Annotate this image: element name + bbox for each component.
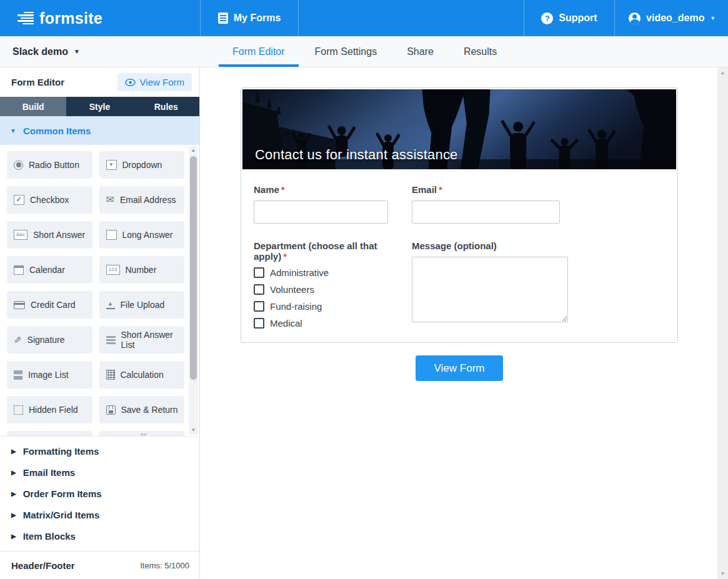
123-icon [106,265,120,275]
required-asterisk: * [281,184,285,195]
item-label: Dropdown [122,160,162,170]
palette-item-email-address[interactable]: Email Address [99,186,185,214]
palette-item-long-answer[interactable]: Long Answer [99,221,185,249]
palette-item-short-answer-list[interactable]: Short Answer List [99,326,185,354]
section-formatting-items[interactable]: ▶ Formatting Items [0,440,199,462]
item-label: Save & Return [121,405,178,415]
checkbox-icon [14,195,24,205]
mode-tabs: Build Style Rules [0,97,199,116]
required-asterisk: * [283,251,287,262]
checkbox-option-fund-raising: Fund-raising [254,301,412,312]
formsite-lines-icon [17,12,34,25]
message-field-block: Message (optional) [412,240,665,335]
common-items-section-header[interactable]: ▼ Common Items [0,116,199,145]
form-name-dropdown[interactable]: Slack demo ▼ [0,36,187,67]
form-tabs: Form Editor Form Settings Share Results [217,36,512,67]
administrative-checkbox[interactable] [254,267,264,278]
scroll-up-icon[interactable]: ▲ [721,67,726,78]
form-preview-card[interactable]: Contact us for instant assistance Name* … [241,87,678,343]
palette-scrollbar[interactable]: ▲ ▼ [189,146,198,435]
chevron-down-icon: ▾ [711,15,714,21]
view-form-link[interactable]: View Form [117,73,192,91]
tab-style[interactable]: Style [66,97,132,116]
credit-card-icon [14,301,25,309]
email-input[interactable] [412,200,560,224]
floppy-icon [106,405,116,415]
section-order-form-items[interactable]: ▶ Order Form Items [0,483,199,504]
section-item-blocks[interactable]: ▶ Item Blocks [0,525,199,547]
message-label: Message (optional) [412,240,665,251]
palette-item-calendar[interactable]: Calendar [7,256,92,284]
support-button[interactable]: ? Support [524,0,614,36]
palette-item-image-list[interactable]: Image List [7,361,92,388]
item-label: Image List [28,370,69,380]
user-avatar-icon [629,12,641,24]
envelope-icon [106,195,114,205]
form-header-image[interactable]: Contact us for instant assistance [242,89,676,169]
palette-item-hidden-field[interactable]: Hidden Field [7,396,92,423]
medical-checkbox[interactable] [254,318,264,329]
page-scrollbar[interactable]: ▲ ▼ [717,67,728,579]
scroll-up-icon[interactable]: ▲ [191,146,196,155]
sidebar-footer: Header/Footer Items: 5/1000 [0,551,199,579]
my-forms-button[interactable]: My Forms [200,0,299,36]
palette-item-calculation[interactable]: Calculation [99,361,185,388]
section-collapsed-caret-icon: ▶ [11,490,16,497]
tab-form-editor[interactable]: Form Editor [217,36,300,67]
palette-item-number[interactable]: Number [99,256,185,284]
section-label: Item Blocks [23,531,76,542]
item-label: File Upload [121,300,165,310]
scroll-down-icon[interactable]: ▼ [721,568,726,579]
palette-item-radio-button[interactable]: Radio Button [7,151,92,179]
scroll-down-icon[interactable]: ▼ [191,426,196,435]
tab-results[interactable]: Results [449,36,512,67]
view-form-button[interactable]: View Form [416,355,503,381]
volunteers-checkbox[interactable] [254,284,264,295]
calendar-icon [14,265,24,275]
form-heading: Contact us for instant assistance [255,147,458,163]
form-canvas: Contact us for instant assistance Name* … [201,67,728,579]
editor-sidebar: Form Editor View Form Build Style Rules … [0,67,200,579]
tab-rules[interactable]: Rules [133,97,199,116]
palette-item-signature[interactable]: Signature [7,326,92,354]
panel-title: Form Editor [11,77,64,87]
palette-item-save-return[interactable]: Save & Return [99,396,185,423]
form-fields: Name* Email* Department (choose all that… [241,169,677,335]
name-input[interactable] [254,200,388,224]
section-collapsed-caret-icon: ▶ [11,469,16,476]
palette-item-partial[interactable] [7,431,92,436]
option-label: Fund-raising [270,301,322,312]
fund-raising-checkbox[interactable] [254,301,264,312]
palette-item-credit-card[interactable]: Credit Card [7,291,92,319]
message-textarea[interactable] [412,257,568,322]
item-label: Checkbox [30,195,69,205]
my-forms-label: My Forms [234,12,281,24]
items-count: Items: 5/1000 [140,561,189,570]
section-label: Formatting Items [23,446,99,457]
collapsed-sections: ▶ Formatting Items ▶ Email Items ▶ Order… [0,436,199,547]
section-matrix-grid-items[interactable]: ▶ Matrix/Grid Items [0,504,199,525]
account-menu-button[interactable]: video_demo ▾ [614,0,728,36]
tab-build[interactable]: Build [0,97,66,116]
scrollbar-thumb[interactable] [190,156,197,380]
option-label: Volunteers [270,284,314,295]
palette-item-short-answer[interactable]: Short Answer [7,221,92,249]
upload-icon [106,300,115,309]
formsite-logo[interactable]: formsite [0,0,200,36]
department-label: Department (choose all that apply)* [254,240,412,262]
palette-item-partial[interactable]: 32 [99,431,185,436]
palette-item-checkbox[interactable]: Checkbox [7,186,92,214]
email-field-block: Email* [412,184,665,224]
palette-item-file-upload[interactable]: File Upload [99,291,185,319]
palette-item-dropdown[interactable]: Dropdown [99,151,185,179]
item-label: Calendar [29,265,65,275]
form-document-icon [218,12,228,24]
option-label: Medical [270,318,302,329]
formsite-logo-text: formsite [39,9,102,27]
section-email-items[interactable]: ▶ Email Items [0,462,199,483]
header-footer-button[interactable]: Header/Footer [11,560,75,571]
tab-share[interactable]: Share [392,36,449,67]
tab-form-settings[interactable]: Form Settings [300,36,392,67]
item-palette: Radio Button Dropdown Checkbox Email Add… [0,145,199,436]
section-expanded-caret-icon: ▼ [10,127,16,134]
